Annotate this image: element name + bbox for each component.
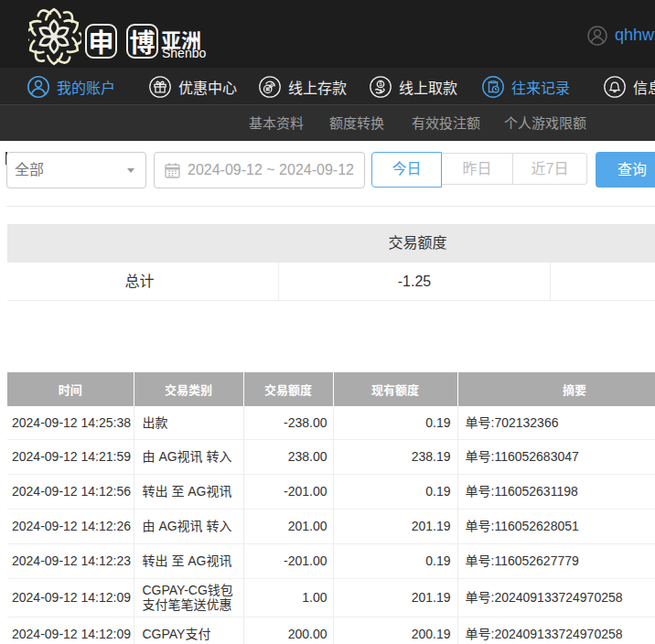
svg-text:$: $	[379, 80, 382, 87]
